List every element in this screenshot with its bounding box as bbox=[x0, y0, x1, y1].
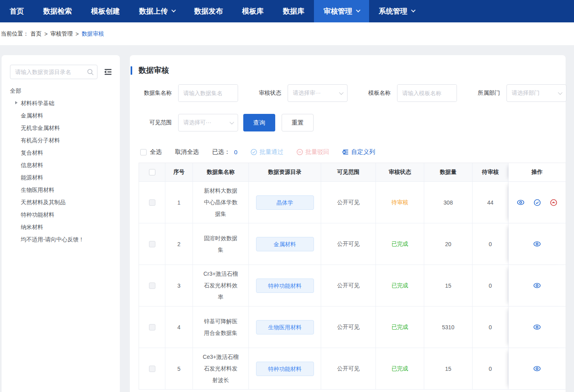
tree-item[interactable]: 生物医用材料 bbox=[10, 184, 113, 196]
table-row: 3Cr3+激活石榴石发光材料效率特种功能材料公开可见已完成150 bbox=[139, 265, 566, 306]
cell-visibility: 公开可见 bbox=[321, 223, 376, 265]
view-eye-icon[interactable] bbox=[533, 365, 541, 372]
view-eye-icon[interactable] bbox=[533, 282, 541, 289]
tree-item[interactable]: 信息材料 bbox=[10, 159, 113, 171]
template-name-input[interactable] bbox=[397, 85, 457, 101]
tree-item[interactable]: 有机高分子材料 bbox=[10, 134, 113, 147]
cell-checkbox bbox=[139, 265, 165, 306]
status-badge: 已完成 bbox=[391, 324, 408, 331]
row-checkbox[interactable] bbox=[149, 199, 155, 206]
deselect-all-button[interactable]: 取消全选 bbox=[175, 148, 199, 156]
reset-button[interactable]: 重置 bbox=[282, 114, 314, 131]
check-circle-icon bbox=[250, 149, 257, 155]
catalog-tag: 晶体学 bbox=[256, 195, 314, 210]
tree-item[interactable]: 特种功能材料 bbox=[10, 209, 113, 221]
view-eye-icon[interactable] bbox=[517, 199, 524, 206]
cell-actions bbox=[508, 182, 566, 223]
row-checkbox[interactable] bbox=[149, 366, 155, 372]
dataset-name-label: 数据集名称 bbox=[144, 90, 172, 97]
query-button[interactable]: 查询 bbox=[243, 114, 275, 131]
tree-item[interactable]: 材料科学基础 bbox=[10, 97, 113, 109]
nav-item[interactable]: 首页 bbox=[0, 0, 34, 22]
nav-item[interactable]: 数据库 bbox=[273, 0, 314, 22]
dataset-name-input[interactable] bbox=[179, 85, 238, 101]
table-row: 2固溶时效数据集金属材料公开可见已完成200 bbox=[139, 223, 566, 265]
tree-item[interactable]: 能源材料 bbox=[10, 171, 113, 184]
catalog-tag: 特种功能材料 bbox=[256, 279, 314, 293]
row-checkbox[interactable] bbox=[149, 241, 155, 247]
cell-count: 308 bbox=[424, 182, 473, 223]
cell-dataset-name: 新材料大数据中心晶体学数据集 bbox=[193, 182, 249, 223]
cell-pending: 0 bbox=[473, 265, 508, 306]
audit-status-select[interactable]: 请选择审··· bbox=[288, 84, 348, 102]
approve-check-icon[interactable] bbox=[534, 199, 541, 206]
header-cell: 审核状态 bbox=[376, 163, 424, 182]
nav-item[interactable]: 模板库 bbox=[232, 0, 273, 22]
cell-checkbox bbox=[139, 348, 165, 390]
breadcrumb-prefix: 当前位置： bbox=[1, 30, 29, 38]
catalog-search bbox=[10, 65, 97, 79]
cell-checkbox bbox=[139, 182, 165, 223]
audit-status-label: 审核状态 bbox=[253, 90, 281, 97]
table-row: 4锌基可降解医用合金数据集生物医用材料公开可见已完成53100 bbox=[139, 306, 566, 348]
breadcrumb-current: 数据审核 bbox=[81, 30, 104, 38]
caret-right-icon[interactable] bbox=[15, 101, 18, 104]
tree-item[interactable]: 复合材料 bbox=[10, 147, 113, 159]
tree-item[interactable]: 金属材料 bbox=[10, 109, 113, 122]
status-badge: 已完成 bbox=[391, 241, 408, 248]
cell-dataset-name: Cr3+激活石榴石发光材料效率 bbox=[193, 265, 249, 306]
collapse-tree-icon[interactable] bbox=[103, 67, 113, 77]
catalog-tree: 全部材料科学基础金属材料无机非金属材料有机高分子材料复合材料信息材料能源材料生物… bbox=[10, 85, 113, 246]
nav-item[interactable]: 数据发布 bbox=[185, 0, 232, 22]
row-checkbox[interactable] bbox=[149, 324, 155, 330]
tree-item[interactable]: 天然材料及其制品 bbox=[10, 196, 113, 209]
status-badge: 已完成 bbox=[391, 365, 408, 372]
view-eye-icon[interactable] bbox=[533, 323, 541, 331]
nav-item[interactable]: 系统管理 bbox=[369, 0, 424, 22]
nav-item[interactable]: 数据检索 bbox=[34, 0, 81, 22]
selected-label: 已选： bbox=[212, 148, 230, 156]
template-name-label: 模板名称 bbox=[363, 90, 391, 97]
visibility-select[interactable]: 请选择可··· bbox=[178, 114, 238, 131]
tree-item[interactable]: 无机非金属材料 bbox=[10, 122, 113, 134]
catalog-tag: 特种功能材料 bbox=[256, 362, 314, 376]
cell-dataset-name: Ce3+激活石榴石发光材料发射波长 bbox=[193, 348, 249, 390]
nav-item[interactable]: 模板创建 bbox=[81, 0, 129, 22]
header-cell: 待审核 bbox=[473, 163, 508, 182]
department-select[interactable]: 请选择部门 bbox=[506, 84, 566, 102]
cell-checkbox bbox=[139, 223, 165, 265]
department-label: 所属部门 bbox=[472, 90, 500, 97]
nav-item[interactable]: 审核管理 bbox=[314, 0, 369, 22]
dataset-name-field bbox=[178, 84, 238, 102]
batch-reject-button[interactable]: 批量驳回 bbox=[296, 148, 329, 156]
cell-status: 已完成 bbox=[376, 223, 424, 265]
breadcrumb-link[interactable]: 首页 bbox=[30, 30, 42, 38]
visibility-label: 可见范围 bbox=[144, 119, 172, 126]
row-checkbox[interactable] bbox=[149, 283, 155, 289]
cell-count: 20 bbox=[424, 223, 473, 265]
cell-checkbox bbox=[139, 306, 165, 348]
breadcrumb-link[interactable]: 审核管理 bbox=[50, 30, 73, 38]
catalog-search-input[interactable] bbox=[10, 65, 97, 79]
header-cell: 操作 bbox=[508, 163, 566, 182]
tree-item[interactable]: 全部 bbox=[10, 85, 113, 97]
select-all-label[interactable]: 全选 bbox=[150, 148, 162, 156]
select-all-checkbox[interactable] bbox=[140, 149, 147, 155]
tree-item[interactable]: 纳米材料 bbox=[10, 221, 113, 233]
cell-actions bbox=[508, 306, 566, 348]
tree-item[interactable]: 均不适用-请向中心反馈！ bbox=[10, 233, 113, 246]
batch-approve-button[interactable]: 批量通过 bbox=[250, 148, 283, 156]
reject-icon[interactable] bbox=[550, 199, 557, 206]
view-eye-icon[interactable] bbox=[533, 240, 541, 248]
table-body: 1新材料大数据中心晶体学数据集晶体学公开可见待审核308442固溶时效数据集金属… bbox=[139, 182, 566, 390]
nav-item[interactable]: 数据上传 bbox=[129, 0, 185, 22]
catalog-tag: 生物医用材料 bbox=[256, 320, 314, 334]
header-checkbox[interactable] bbox=[149, 169, 155, 175]
cell-status: 已完成 bbox=[376, 265, 424, 306]
custom-columns-button[interactable]: 自定义列 bbox=[342, 148, 375, 156]
table-header-row: 序号数据集名称数据资源目录可见范围审核状态数据量待审核操作 bbox=[139, 163, 566, 182]
catalog-sidebar: 全部材料科学基础金属材料无机非金属材料有机高分子材料复合材料信息材料能源材料生物… bbox=[2, 55, 120, 392]
header-cell: 数据集名称 bbox=[193, 163, 249, 182]
chevron-down-icon bbox=[171, 8, 176, 12]
chevron-down-icon bbox=[339, 90, 344, 95]
